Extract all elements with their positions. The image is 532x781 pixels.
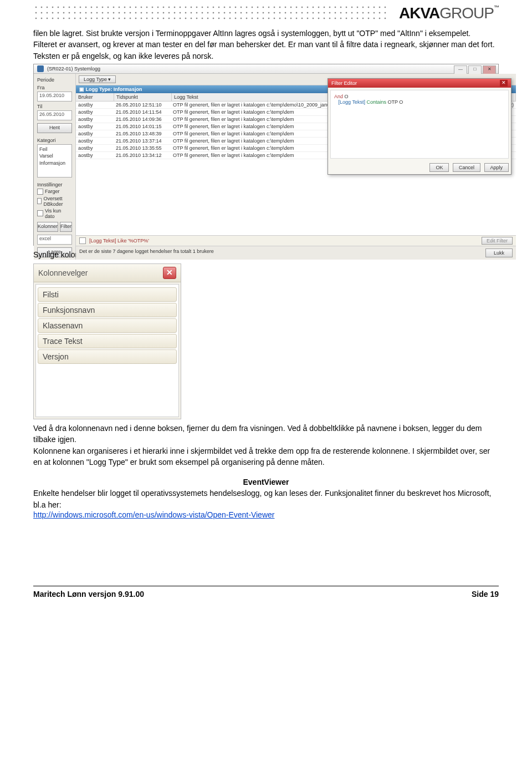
fra-label: Fra — [37, 85, 72, 90]
filter-editor-dialog: Filter Editor ✕ And O [Logg Tekst] Conta… — [328, 78, 511, 175]
filter-editor-body[interactable]: And O [Logg Tekst] Contains OTP O — [330, 90, 509, 159]
kategori-label: Kategori — [37, 138, 72, 143]
kolonnevelger-title[interactable]: Kolonnevelger ✕ — [34, 264, 181, 282]
logo-tm: ™ — [494, 4, 499, 11]
apply-button[interactable]: Apply — [484, 163, 509, 172]
fra-input[interactable]: 19.05.2010 — [37, 92, 72, 102]
list-item[interactable]: Filsti — [38, 287, 177, 302]
page-header: AKVAGROUP™ — [33, 0, 499, 28]
list-item[interactable]: Versjon — [38, 349, 177, 364]
footer-left: Maritech Lønn versjon 9.91.00 — [33, 590, 144, 599]
logo-bold: AKVA — [399, 4, 439, 22]
innst-label: Innstillinger — [37, 182, 72, 187]
loggtype-dropdown[interactable]: Logg Type ▾ — [79, 75, 116, 83]
kolonnevelger-list[interactable]: FilstiFunksjonsnavnKlassenavnTrace Tekst… — [35, 284, 179, 417]
close-icon[interactable]: ✕ — [163, 267, 176, 279]
filter-button[interactable]: Filter — [60, 222, 72, 232]
filter-bar: [Logg Tekst] Like '%OTP%' Edit Filter — [76, 235, 516, 246]
til-input[interactable]: 26.05.2010 — [37, 110, 72, 120]
list-item[interactable]: Funksjonsnavn — [38, 303, 177, 317]
filter-expr: [Logg Tekst] Like '%OTP%' — [89, 238, 149, 244]
paragraph-2: Filteret er avansert, og krever at man t… — [33, 39, 499, 62]
paragraph-5: Kolonnene kan organiseres i et hierarki … — [33, 445, 499, 468]
eventviewer-link[interactable]: http://windows.microsoft.com/en-us/windo… — [33, 510, 274, 519]
til-label: Til — [37, 104, 72, 109]
app-icon — [37, 65, 44, 72]
logo: AKVAGROUP™ — [399, 4, 499, 22]
ok-button[interactable]: OK — [429, 163, 449, 172]
paragraph-1: filen ble lagret. Sist brukte versjon i … — [33, 28, 499, 39]
edit-filter-button[interactable]: Edit Filter — [482, 237, 513, 245]
col-tidspunkt[interactable]: Tidspunkt — [114, 93, 172, 101]
screenshot-kolonnevelger: Kolonnevelger ✕ FilstiFunksjonsnavnKlass… — [33, 263, 181, 419]
excel-input[interactable]: excel — [37, 235, 72, 245]
window-title: (SR022-01) Systemlogg — [47, 66, 100, 72]
col-bruker[interactable]: Bruker — [76, 93, 114, 101]
logo-thin: GROUP — [439, 4, 494, 22]
maximize-button[interactable]: □ — [468, 65, 482, 74]
filter-editor-title[interactable]: Filter Editor ✕ — [328, 79, 511, 88]
screenshot-systemlogg: (SR022-01) Systemlogg — □ ✕ Periode Fra … — [33, 64, 499, 246]
visdato-check[interactable]: Vis kun dato — [37, 208, 72, 219]
eventviewer-heading: EventViewer — [33, 478, 499, 486]
left-panel: Periode Fra 19.05.2010 Til 26.05.2010 He… — [34, 74, 76, 260]
tree-item[interactable]: Varsel — [39, 153, 70, 160]
list-item[interactable]: Trace Tekst — [38, 334, 177, 348]
list-item[interactable]: Klassenavn — [38, 318, 177, 333]
status-row: Det er de siste 7 dagene logget hendelse… — [76, 246, 516, 260]
close-button[interactable]: ✕ — [483, 65, 496, 74]
tree-item[interactable]: Informasjon — [39, 160, 70, 167]
header-dots — [33, 4, 388, 22]
filter-toggle[interactable] — [79, 237, 86, 244]
page-footer: Maritech Lønn versjon 9.91.00 Side 19 — [33, 586, 499, 599]
kolonner-button[interactable]: Kolonner — [37, 222, 58, 232]
paragraph-6: Enkelte hendelser blir logget til operat… — [33, 488, 499, 510]
kategori-tree[interactable]: Feil Varsel Informasjon — [37, 144, 72, 178]
cancel-button[interactable]: Cancel — [453, 163, 480, 172]
paragraph-4: Ved å dra kolonnenavn ned i denne boksen… — [33, 423, 499, 445]
minimize-button[interactable]: — — [454, 65, 467, 74]
oversett-check[interactable]: Oversett DBkoder — [37, 196, 72, 207]
main-panel: Logg Type ▾ ▣ Logg Type: Informasjon Bru… — [76, 74, 516, 260]
close-icon[interactable]: ✕ — [500, 80, 508, 87]
lukk-button[interactable]: Lukk — [485, 248, 513, 257]
hent-button[interactable]: Hent — [37, 123, 72, 133]
periode-label: Periode — [37, 77, 72, 83]
farger-check[interactable]: Farger — [37, 189, 72, 195]
status-text: Det er de siste 7 dagene logget hendelse… — [79, 248, 214, 257]
filter-editor-buttons: OK Cancel Apply — [328, 161, 511, 174]
footer-right: Side 19 — [472, 590, 499, 599]
window-titlebar[interactable]: (SR022-01) Systemlogg — □ ✕ — [34, 64, 498, 74]
tree-item[interactable]: Feil — [39, 146, 70, 153]
